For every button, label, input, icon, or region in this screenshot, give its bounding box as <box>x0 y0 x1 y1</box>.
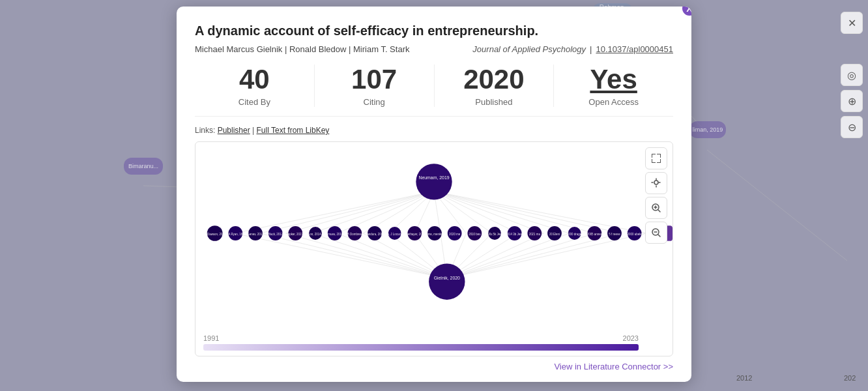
cited-by-value: 40 <box>195 65 314 94</box>
svg-text:A Ryan, 18: A Ryan, 18 <box>228 233 242 236</box>
publisher-link[interactable]: Publisher <box>218 126 250 135</box>
modal-close-button[interactable]: X <box>681 7 691 17</box>
bottom-node-circle[interactable] <box>429 264 465 300</box>
svg-text:2010 bes: 2010 bes <box>469 233 481 236</box>
svg-text:Black, 2012: Black, 2012 <box>268 233 283 236</box>
svg-text:2000 abele: 2000 abele <box>628 233 642 236</box>
svg-text:umues, 2016: umues, 2016 <box>326 233 343 236</box>
svg-text:Dawson, 20: Dawson, 20 <box>207 233 223 236</box>
stats-row: 40 Cited By 107 Citing 2020 Published Ye… <box>195 65 673 117</box>
links-row: Links: Publisher | Full Text from LibKey <box>195 126 673 135</box>
network-chart: Neumam, 2019 <box>195 141 673 356</box>
svg-text:Neumam, 2019: Neumam, 2019 <box>418 175 449 180</box>
zoom-in-button[interactable] <box>645 197 667 219</box>
doi-link[interactable]: 10.1037/apl0000451 <box>596 44 673 54</box>
svg-line-27 <box>311 233 447 278</box>
svg-text:Uhethayer, 2023: Uhethayer, 2023 <box>404 233 426 236</box>
timeline-area: 1991 2023 <box>195 332 646 351</box>
svg-text:5 f reeve: 5 f reeve <box>609 233 620 236</box>
libkey-link[interactable]: Full Text from LibKey <box>257 126 330 135</box>
svg-text:1000 drager: 1000 drager <box>567 233 583 236</box>
svg-text:300s 5k Jean: 300s 5k Jean <box>486 233 504 236</box>
svg-text:2014 3b Jean: 2014 3b Jean <box>506 233 523 236</box>
authors: Michael Marcus Gielnik | Ronald Bledow |… <box>195 44 409 54</box>
citing-stat: 107 Citing <box>315 65 435 107</box>
svg-text:2005 annes: 2005 annes <box>587 233 603 236</box>
modal-dialog: X A dynamic account of self-efficacy in … <box>177 7 691 382</box>
svg-text:on, 2014: on, 2014 <box>310 233 321 236</box>
svg-text:Gielnik, 2020: Gielnik, 2020 <box>434 276 460 280</box>
modal-overlay: X A dynamic account of self-efficacy in … <box>0 0 868 391</box>
svg-line-8 <box>260 192 434 233</box>
timeline-bar <box>203 344 639 351</box>
journal-section: Journal of Applied Psychology | 10.1037/… <box>472 44 673 54</box>
cited-by-label: Cited By <box>195 97 314 107</box>
network-svg: Neumam, 2019 <box>195 142 673 325</box>
svg-text:YB Dombres...: YB Dombres... <box>345 233 364 236</box>
cited-nodes-row: Dawson, 20 A Ryan, 18 Genes, 2011 Black,… <box>207 225 661 241</box>
open-access-stat: Yes Open Access <box>554 65 673 107</box>
paper-title: A dynamic account of self-efficacy in en… <box>195 22 673 39</box>
timeline-labels: 1991 2023 <box>203 334 639 342</box>
zoom-out-button[interactable] <box>645 222 667 244</box>
svg-text:lume, menikdt: lume, menikdt <box>426 233 444 236</box>
citing-value: 107 <box>315 65 434 94</box>
svg-text:2021 ma: 2021 ma <box>529 233 541 236</box>
published-stat: 2020 Published <box>435 65 555 107</box>
open-access-value[interactable]: Yes <box>554 65 673 94</box>
svg-text:Genes, 2011: Genes, 2011 <box>247 233 264 236</box>
svg-text:Bandura, 2012: Bandura, 2012 <box>365 233 384 236</box>
chart-controls <box>645 147 667 244</box>
expand-button[interactable] <box>645 147 667 169</box>
svg-text:epker, 2023: epker, 2023 <box>288 233 304 236</box>
literature-connector-link[interactable]: View in Literature Connector >> <box>195 362 673 371</box>
journal-name: Journal of Applied Psychology <box>472 44 586 54</box>
open-access-label: Open Access <box>554 97 673 107</box>
links-prefix: Links: <box>195 126 218 135</box>
svg-line-26 <box>285 233 446 278</box>
citing-label: Citing <box>315 97 434 107</box>
svg-line-40 <box>447 233 647 278</box>
location-button[interactable] <box>645 172 667 194</box>
authors-journal-row: Michael Marcus Gielnik | Ronald Bledow |… <box>195 44 673 54</box>
svg-point-4 <box>654 181 658 184</box>
published-value: 2020 <box>435 65 554 94</box>
published-label: Published <box>435 97 554 107</box>
svg-text:20 Eleni: 20 Eleni <box>549 233 560 236</box>
svg-text:ume, J Locuzione: ume, J Locuzione <box>383 233 406 236</box>
cited-by-stat: 40 Cited By <box>195 65 315 107</box>
top-node-circle[interactable] <box>416 164 452 199</box>
timeline-end: 2023 <box>623 334 639 342</box>
timeline-start: 1991 <box>203 334 219 342</box>
svg-line-37 <box>447 233 570 278</box>
svg-text:2020 me: 2020 me <box>449 233 461 236</box>
